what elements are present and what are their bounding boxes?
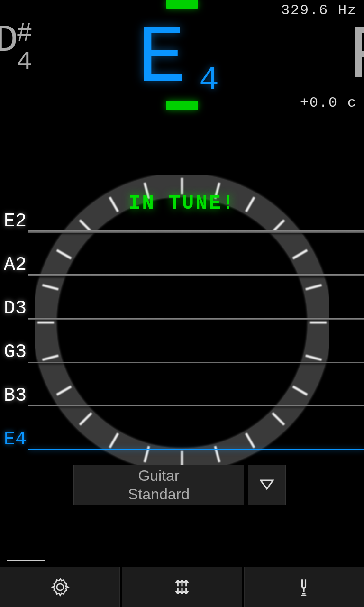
note-letter: E — [137, 19, 186, 100]
next-note-letter: F — [347, 19, 364, 100]
note-octave: 4 — [199, 62, 219, 99]
string-line — [28, 230, 364, 233]
chevron-down-icon — [260, 479, 274, 491]
string-label: D3 — [4, 297, 27, 319]
in-tune-status: IN TUNE! — [128, 192, 236, 215]
string-label: E2 — [4, 210, 27, 231]
string-line — [28, 449, 364, 450]
bottom-toolbar — [0, 567, 364, 607]
string-label: E4 — [4, 428, 27, 450]
pitch-display-area: 329.6 Hz +0.0 c D # 4 E 4 F — [0, 0, 364, 119]
tuning-line2: Standard — [128, 485, 190, 503]
strings-area: IN TUNE! E2 A2 D3 G3 B3 E4 — [0, 171, 364, 474]
tuning-fork-icon — [294, 577, 314, 597]
arrows-vertical-icon — [172, 577, 192, 597]
tuning-line1: Guitar — [138, 467, 179, 485]
string-line — [28, 405, 364, 406]
gear-icon — [50, 577, 70, 597]
tuning-dropdown-button[interactable] — [248, 465, 286, 505]
next-note: F — [347, 19, 364, 100]
string-label: A2 — [4, 254, 27, 275]
pitch-pipe-button[interactable] — [244, 567, 364, 607]
string-line — [28, 362, 364, 363]
target-marker-top — [166, 0, 198, 9]
prev-note-sharp: # — [17, 19, 32, 49]
current-note: E 4 — [137, 19, 232, 100]
string-label: G3 — [4, 341, 27, 362]
input-level-indicator — [7, 560, 45, 561]
prev-note-octave: 4 — [17, 47, 32, 77]
string-label: B3 — [4, 385, 27, 406]
tuning-selector: Guitar Standard — [73, 465, 286, 505]
settings-button[interactable] — [0, 567, 120, 607]
frequency-readout: 329.6 Hz — [281, 2, 357, 18]
mode-button[interactable] — [122, 567, 242, 607]
string-line — [28, 274, 364, 276]
prev-note-letter: D — [0, 19, 18, 62]
tuning-name-button[interactable]: Guitar Standard — [73, 465, 244, 505]
string-line — [28, 318, 364, 320]
tuning-dial — [35, 175, 329, 469]
previous-note: D # 4 — [0, 19, 33, 100]
